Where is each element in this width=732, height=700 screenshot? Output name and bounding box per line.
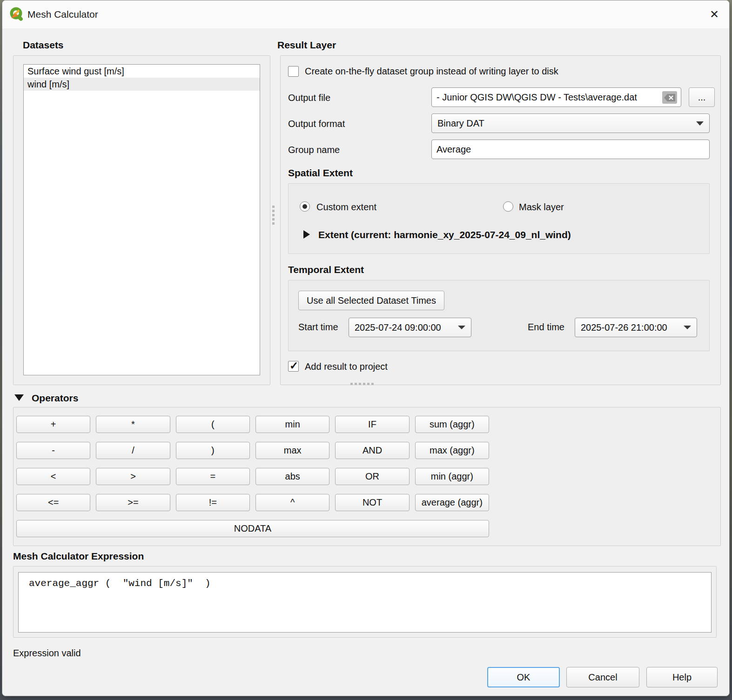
operator-if-button[interactable]: IF [335, 416, 409, 433]
operator-average-aggr-button[interactable]: average (aggr) [415, 494, 489, 511]
use-all-dataset-times-button[interactable]: Use all Selected Dataset Times [298, 291, 444, 310]
operator-min-button[interactable]: min [255, 416, 329, 433]
browse-output-file-button[interactable]: ... [689, 87, 715, 107]
operator-plus-button[interactable]: + [16, 416, 90, 433]
temporal-extent-group: Use all Selected Dataset Times Start tim… [288, 280, 710, 351]
output-format-value: Binary DAT [437, 118, 484, 129]
create-on-the-fly-checkbox[interactable] [288, 66, 299, 77]
output-file-input[interactable]: - Junior QGIS DW\QGIS DW - Tests\average… [431, 87, 681, 107]
expression-textarea[interactable]: average_aggr ( "wind [m/s]" ) [18, 572, 712, 633]
operator-equals-button[interactable]: = [176, 468, 250, 485]
create-on-the-fly-label: Create on-the-fly dataset group instead … [305, 66, 558, 77]
operator-max-aggr-button[interactable]: max (aggr) [415, 442, 489, 459]
desktop-background: Mesh Calculator ✕ Datasets Surface wind … [0, 0, 732, 700]
operator-close-paren-button[interactable]: ) [176, 442, 250, 459]
title-bar: Mesh Calculator ✕ [2, 0, 729, 28]
operator-nodata-button[interactable]: NODATA [16, 520, 489, 537]
operator-power-button[interactable]: ^ [255, 494, 329, 511]
datasets-list[interactable]: Surface wind gust [m/s] wind [m/s] [23, 64, 260, 375]
temporal-extent-heading: Temporal Extent [288, 264, 364, 275]
dataset-item-selected[interactable]: wind [m/s] [24, 78, 260, 91]
operator-or-button[interactable]: OR [335, 468, 409, 485]
mask-layer-radio[interactable] [503, 201, 513, 212]
custom-extent-label: Custom extent [316, 202, 376, 213]
custom-extent-radio[interactable] [300, 201, 310, 212]
operator-not-button[interactable]: NOT [335, 494, 409, 511]
chevron-down-icon [684, 326, 691, 329]
operators-grid: + * ( min IF sum (aggr) - / ) max AND ma… [16, 416, 489, 511]
horizontal-splitter-handle[interactable] [350, 383, 374, 385]
expression-panel: average_aggr ( "wind [m/s]" ) [13, 566, 717, 638]
add-result-to-project-label: Add result to project [305, 361, 388, 372]
operator-and-button[interactable]: AND [335, 442, 409, 459]
cancel-button[interactable]: Cancel [566, 667, 639, 687]
operator-less-equal-button[interactable]: <= [16, 494, 90, 511]
window-title: Mesh Calculator [27, 0, 98, 28]
help-button[interactable]: Help [646, 667, 718, 687]
vertical-splitter-handle[interactable] [272, 206, 275, 225]
end-time-value: 2025-07-26 21:00:00 [581, 322, 667, 333]
mask-layer-label: Mask layer [519, 202, 564, 213]
operators-expander-icon[interactable] [14, 394, 24, 401]
end-time-select[interactable]: 2025-07-26 21:00:00 [575, 318, 697, 337]
operator-abs-button[interactable]: abs [255, 468, 329, 485]
operator-open-paren-button[interactable]: ( [176, 416, 250, 433]
operator-not-equal-button[interactable]: != [176, 494, 250, 511]
operator-divide-button[interactable]: / [96, 442, 170, 459]
result-layer-panel: Create on-the-fly dataset group instead … [280, 55, 721, 385]
chevron-down-icon [458, 326, 465, 329]
start-time-label: Start time [298, 322, 338, 333]
extent-current-label[interactable]: Extent (current: harmonie_xy_2025-07-24_… [318, 229, 571, 240]
end-time-label: End time [528, 322, 564, 333]
result-layer-heading: Result Layer [277, 40, 336, 51]
datasets-heading: Datasets [23, 40, 64, 51]
start-time-value: 2025-07-24 09:00:00 [355, 322, 441, 333]
output-format-select[interactable]: Binary DAT [431, 113, 710, 133]
operators-heading[interactable]: Operators [32, 393, 78, 404]
operator-multiply-button[interactable]: * [96, 416, 170, 433]
ok-button[interactable]: OK [487, 667, 560, 687]
operator-greater-than-button[interactable]: > [96, 468, 170, 485]
operator-minus-button[interactable]: - [16, 442, 90, 459]
expression-status-text: Expression valid [13, 648, 81, 659]
output-format-label: Output format [288, 119, 345, 129]
operators-panel: + * ( min IF sum (aggr) - / ) max AND ma… [13, 407, 721, 546]
operator-min-aggr-button[interactable]: min (aggr) [415, 468, 489, 485]
add-result-to-project-checkbox[interactable] [288, 361, 299, 372]
spatial-extent-group: Custom extent Mask layer Extent (current… [288, 183, 710, 254]
operator-greater-equal-button[interactable]: >= [96, 494, 170, 511]
qgis-logo-icon [9, 7, 25, 22]
chevron-down-icon [696, 121, 704, 126]
output-file-label: Output file [288, 93, 330, 103]
group-name-label: Group name [288, 145, 340, 155]
mesh-calculator-dialog: Mesh Calculator ✕ Datasets Surface wind … [2, 0, 730, 696]
clear-output-file-icon[interactable] [662, 91, 677, 104]
datasets-panel: Surface wind gust [m/s] wind [m/s] [13, 55, 270, 385]
close-icon[interactable]: ✕ [707, 7, 722, 22]
operator-less-than-button[interactable]: < [16, 468, 90, 485]
spatial-extent-heading: Spatial Extent [288, 167, 353, 179]
operator-sum-aggr-button[interactable]: sum (aggr) [415, 416, 489, 433]
operator-max-button[interactable]: max [255, 442, 329, 459]
output-file-value: - Junior QGIS DW\QGIS DW - Tests\average… [437, 92, 637, 102]
expression-heading: Mesh Calculator Expression [13, 551, 144, 562]
extent-expander-icon[interactable] [303, 230, 310, 239]
dataset-item[interactable]: Surface wind gust [m/s] [24, 65, 260, 78]
group-name-input[interactable] [431, 140, 710, 159]
start-time-select[interactable]: 2025-07-24 09:00:00 [349, 318, 471, 337]
